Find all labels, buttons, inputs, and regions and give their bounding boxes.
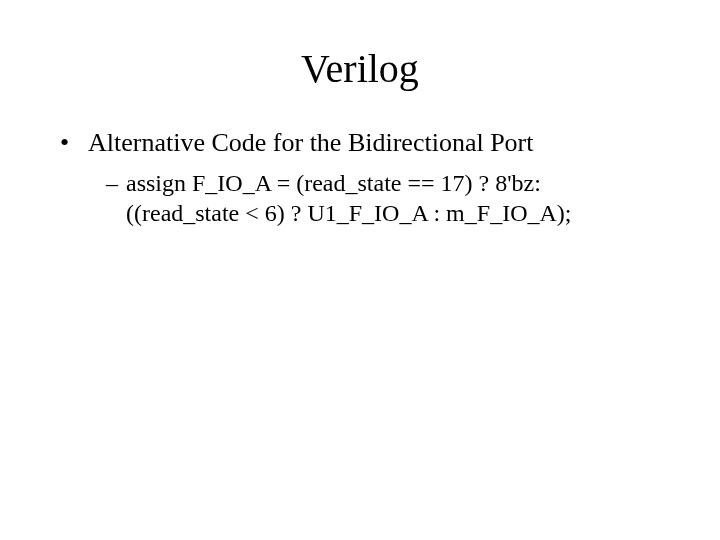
bullet-dot-icon: •	[60, 127, 88, 160]
slide-title: Verilog	[60, 45, 660, 92]
code-line-1: assign F_IO_A = (read_state == 17) ? 8'b…	[126, 170, 541, 196]
dash-icon: –	[106, 168, 126, 198]
bullet-level-1: • Alternative Code for the Bidirectional…	[60, 127, 660, 160]
bullet-level-2: – assign F_IO_A = (read_state == 17) ? 8…	[106, 168, 660, 228]
bullet-level-2-text: assign F_IO_A = (read_state == 17) ? 8'b…	[126, 168, 660, 228]
code-line-2: ((read_state < 6) ? U1_F_IO_A : m_F_IO_A…	[126, 200, 571, 226]
bullet-level-1-text: Alternative Code for the Bidirectional P…	[88, 127, 660, 160]
slide: Verilog • Alternative Code for the Bidir…	[0, 0, 720, 540]
slide-body: • Alternative Code for the Bidirectional…	[60, 127, 660, 228]
